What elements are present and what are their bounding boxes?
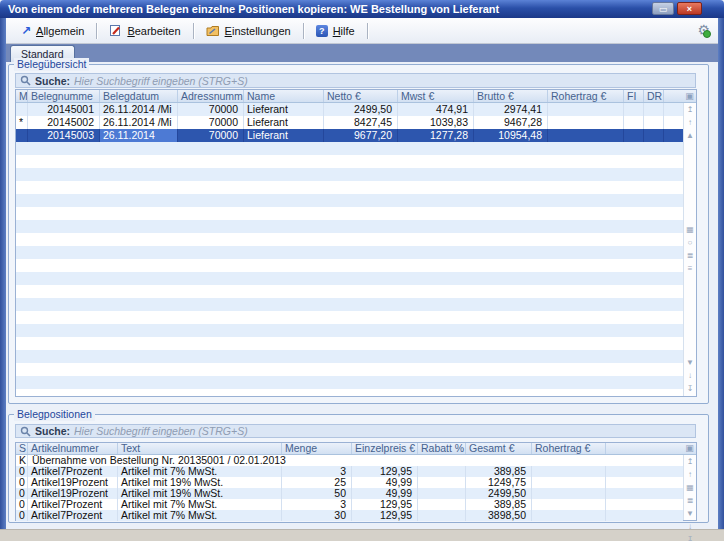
cell: 26.11.2014 /Mi: [100, 103, 178, 116]
column-header[interactable]: Menge: [282, 443, 352, 454]
search-input[interactable]: Suche: Hier Suchbegriff eingeben (STRG+S…: [15, 424, 696, 438]
list-icon[interactable]: ≣: [687, 497, 694, 505]
column-header[interactable]: FI: [624, 90, 644, 102]
group-label: Belegübersicht: [14, 58, 89, 71]
cell: 70000: [178, 103, 244, 116]
scroll-bottom-icon[interactable]: ↧: [687, 536, 694, 541]
help-icon: ?: [316, 25, 328, 37]
list-icon[interactable]: ≣: [687, 252, 694, 260]
column-header[interactable]: Rohertrag €: [532, 443, 606, 454]
table-row[interactable]: 0Artikel19ProzentArtikel mit 19% MwSt.25…: [16, 477, 683, 488]
table-row[interactable]: 2014500326.11.201470000Lieferant9677,201…: [16, 129, 683, 142]
column-header[interactable]: [606, 443, 683, 454]
cell: Artikel7Prozent: [28, 499, 118, 510]
page-down-icon[interactable]: ▼: [686, 359, 694, 367]
window-border-bottom: [0, 529, 724, 541]
refresh-settings-button[interactable]: ⚙: [697, 22, 710, 38]
column-header[interactable]: [664, 90, 683, 102]
scroll-up-icon[interactable]: ↑: [688, 471, 692, 479]
column-header[interactable]: Rabatt %: [418, 443, 466, 454]
menu-hilfe-button[interactable]: ? Hilfe: [307, 22, 364, 40]
column-header[interactable]: Belegnumme: [28, 90, 100, 102]
menu-bearbeiten-button[interactable]: Bearbeiten: [100, 21, 189, 40]
grid-rows: KÜbernahme von Bestellung Nr. 20135001 /…: [16, 455, 683, 521]
close-button[interactable]: ×: [677, 2, 702, 15]
column-header[interactable]: S: [16, 443, 28, 454]
cell: Artikel19Prozent: [28, 488, 118, 499]
column-header[interactable]: Netto €: [324, 90, 398, 102]
column-header[interactable]: Gesamt €: [466, 443, 532, 454]
cell: [606, 477, 683, 488]
cell: 50: [282, 488, 352, 499]
cell: [664, 129, 683, 142]
grid-header: ▣ SArtikelnummerTextMengeEinzelpreis €Ra…: [16, 443, 696, 455]
keyboard-icon[interactable]: ▦: [686, 484, 694, 492]
cell: [606, 499, 683, 510]
cell: Lieferant: [244, 116, 324, 129]
column-header[interactable]: Rohertrag €: [548, 90, 624, 102]
cell: *: [16, 116, 28, 129]
menu-einstellungen-button[interactable]: Einstellungen: [197, 22, 300, 40]
table-row[interactable]: 2014500126.11.2014 /Mi70000Lieferant2499…: [16, 103, 683, 116]
column-header[interactable]: Name: [244, 90, 324, 102]
cell: 389,85: [466, 466, 532, 477]
column-picker-icon[interactable]: ▣: [683, 443, 696, 454]
table-row[interactable]: 0Artikel7ProzentArtikel mit 7% MwSt.3129…: [16, 499, 683, 510]
cell: Artikel mit 7% MwSt.: [118, 466, 282, 477]
table-row[interactable]: KÜbernahme von Bestellung Nr. 20135001 /…: [16, 455, 683, 466]
cell: 49,99: [352, 488, 418, 499]
menu-allgemein-button[interactable]: ↗ Allgemein: [12, 22, 93, 40]
cell: 129,95: [352, 499, 418, 510]
column-header[interactable]: Artikelnummer: [28, 443, 118, 454]
column-header[interactable]: Mwst €: [398, 90, 474, 102]
cell: Artikel mit 19% MwSt.: [118, 488, 282, 499]
search-placeholder: Hier Suchbegriff eingeben (STRG+S): [74, 75, 248, 87]
table-row[interactable]: *2014500226.11.2014 /Mi70000Lieferant842…: [16, 116, 683, 129]
cell: Artikel7Prozent: [28, 510, 118, 521]
search-placeholder: Hier Suchbegriff eingeben (STRG+S): [74, 425, 248, 437]
search-icon: [20, 75, 31, 86]
column-header[interactable]: Text: [118, 443, 282, 454]
cell: 70000: [178, 116, 244, 129]
search-record-icon[interactable]: ○: [688, 239, 693, 247]
cell: [418, 477, 466, 488]
scroll-down-icon[interactable]: ↓: [688, 372, 692, 380]
table-row[interactable]: 0Artikel7ProzentArtikel mit 7% MwSt.3012…: [16, 510, 683, 521]
column-header[interactable]: M: [16, 90, 28, 102]
cell: 20145001: [28, 103, 100, 116]
table-row[interactable]: 0Artikel19ProzentArtikel mit 19% MwSt.50…: [16, 488, 683, 499]
cell: [624, 103, 644, 116]
cell: 2499,50: [466, 488, 532, 499]
scroll-up-icon[interactable]: ↑: [688, 119, 692, 127]
cell: [16, 129, 28, 142]
cell: [418, 510, 466, 521]
scroll-top-icon[interactable]: ↥: [687, 458, 694, 466]
keyboard-icon[interactable]: ▦: [686, 226, 694, 234]
column-picker-icon[interactable]: ▣: [683, 90, 696, 102]
table-row[interactable]: 0Artikel7ProzentArtikel mit 7% MwSt.3129…: [16, 466, 683, 477]
page-up-icon[interactable]: ▲: [686, 132, 694, 140]
cell: 0: [16, 466, 28, 477]
scroll-bottom-icon[interactable]: ↧: [687, 385, 694, 393]
filter-icon[interactable]: ≡: [688, 265, 693, 273]
restore-button[interactable]: ▭: [652, 2, 674, 15]
column-header[interactable]: DR: [644, 90, 664, 102]
scroll-down-icon[interactable]: ↓: [688, 523, 692, 531]
page-down-icon[interactable]: ▼: [686, 510, 694, 518]
scroll-top-icon[interactable]: ↥: [687, 106, 694, 114]
grid-empty-area: [16, 142, 683, 396]
cell: Lieferant: [244, 129, 324, 142]
column-header[interactable]: Brutto €: [474, 90, 548, 102]
cell: 0: [16, 488, 28, 499]
toolbar-separator: [96, 23, 97, 39]
cell: Übernahme von Bestellung Nr. 20135001 / …: [28, 455, 683, 466]
search-icon: [20, 426, 31, 437]
grid-nav-strip: ↥↑▲ ▦○≣≡ ▼↓↧: [683, 103, 696, 396]
arrow-up-right-icon: ↗: [21, 25, 31, 37]
column-header[interactable]: Belegdatum: [100, 90, 178, 102]
column-header[interactable]: Einzelpreis €: [352, 443, 418, 454]
cell: 26.11.2014: [100, 129, 178, 142]
menu-label: Bearbeiten: [127, 25, 180, 37]
column-header[interactable]: Adressnumm: [178, 90, 244, 102]
search-input[interactable]: Suche: Hier Suchbegriff eingeben (STRG+S…: [15, 73, 696, 88]
